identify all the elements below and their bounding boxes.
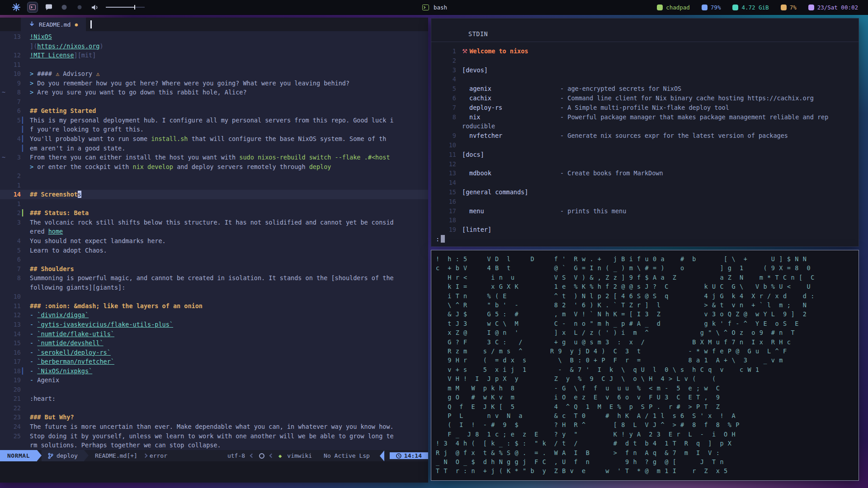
editor-line[interactable]: 6## Getting Started — [0, 106, 428, 116]
editor-line[interactable]: 11### :onion: &mdash; like the layers of… — [0, 301, 428, 311]
terminal-line[interactable]: 14 — [431, 178, 859, 188]
terminal-line[interactable]: 17menu- prints this menu — [431, 206, 859, 216]
status-clock[interactable]: 23/Sat 00:02 — [808, 4, 858, 11]
editor-line[interactable]: 11 — [0, 60, 428, 70]
workspace-active-terminal[interactable] — [27, 2, 38, 13]
status-cpu[interactable]: 7% — [781, 4, 797, 11]
editor-line[interactable]: 1 — [0, 181, 428, 190]
editor-line[interactable]: 5▎This is my personal deployment hub. I … — [0, 116, 428, 125]
statusline-filename: README.md[+] — [89, 450, 144, 461]
editor-line[interactable]: ](https://nixos.org) — [0, 42, 428, 51]
editor-line[interactable]: 16- `serokell/deploy-rs` — [0, 348, 428, 357]
editor-line[interactable]: ▎em aren't in a good state. — [0, 144, 428, 153]
text-segment: The volcanic rock still shifts below thi… — [30, 219, 394, 226]
workspace-3-icon[interactable] — [60, 3, 69, 12]
editor-line[interactable]: 7 — [0, 97, 428, 107]
editor-line[interactable]: 12- `divnix/digga` — [0, 310, 428, 320]
status-vpn-label: chadpad — [666, 4, 690, 11]
editor-line[interactable]: 1 — [0, 199, 428, 209]
markdown-link[interactable]: `divnix/digga` — [37, 311, 89, 319]
tab-readme[interactable]: README.md ● — [21, 18, 86, 31]
editor-line[interactable]: > or enter the cockpit with nix develop … — [0, 162, 428, 172]
editor-line[interactable]: 7## Shoulders — [0, 264, 428, 274]
terminal-line[interactable]: 1⚒ Welcome to nixos — [431, 47, 859, 56]
git-branch[interactable]: deploy — [42, 450, 84, 461]
editor-line[interactable]: ▎f you're looking to graft this. — [0, 125, 428, 134]
editor-line[interactable]: 13- `gytis-ivaskevicius/flake-utils-plus… — [0, 320, 428, 329]
terminal-line[interactable]: 4 — [431, 75, 859, 84]
editor-line[interactable]: 24The future is more uncertain than ever… — [0, 422, 428, 432]
workspace-chat-icon[interactable] — [44, 3, 53, 12]
editor-line[interactable]: 15- `numtide/devshell` — [0, 338, 428, 348]
terminal-line[interactable]: 8nix- Powerful package manager that make… — [431, 113, 859, 122]
terminal-line[interactable]: 13mdbook- Create books from MarkDown — [431, 169, 859, 178]
markdown-link[interactable]: home — [48, 228, 63, 235]
editor-line[interactable]: 6 — [0, 255, 428, 264]
volume-icon[interactable] — [90, 3, 99, 12]
terminal-line[interactable]: 18 — [431, 216, 859, 225]
editor-line[interactable]: ~8> Are you sure you want to go down thi… — [0, 88, 428, 97]
editor-line[interactable]: 9> Do you remember how you got here? Whe… — [0, 79, 428, 88]
editor-line[interactable]: 3The volcanic rock still shifts below th… — [0, 218, 428, 227]
editor-line[interactable]: 14- `numtide/flake-utils` — [0, 329, 428, 339]
volume-slider[interactable] — [106, 5, 145, 10]
editor-line[interactable]: 20 — [0, 385, 428, 394]
status-vpn[interactable]: chadpad — [657, 4, 690, 11]
status-memory[interactable]: 4.72 GiB — [732, 4, 769, 11]
editor-line[interactable]: 23### But Why? — [0, 413, 428, 422]
markdown-link[interactable]: `gytis-ivaskevicius/flake-utils-plus` — [37, 321, 173, 328]
editor-line[interactable]: following giants][giants]: — [0, 283, 428, 292]
text-segment: You'll probably want to run some — [30, 135, 151, 142]
terminal-line[interactable]: 7deploy-rs- A Simple multi-profile Nix-f… — [431, 103, 859, 113]
editor-line[interactable]: ered home — [0, 227, 428, 236]
terminal-line[interactable]: 19[linter] — [431, 225, 859, 235]
terminal-line[interactable]: 12 — [431, 160, 859, 169]
editor-line[interactable]: 2▎### Status: Beta — [0, 208, 428, 218]
command-prompt[interactable]: : — [436, 235, 445, 243]
filetype-label: vimwiki — [287, 452, 312, 459]
markdown-link[interactable]: `serokell/deploy-rs` — [37, 349, 111, 356]
markdown-link[interactable]: `NixOS/nixpkgs` — [37, 367, 92, 375]
editor-line[interactable]: 2 — [0, 171, 428, 181]
terminal-line[interactable]: 15[general commands] — [431, 188, 859, 197]
editor-line[interactable]: 19- Agenix — [0, 375, 428, 385]
editor-buffer[interactable]: 13!NixOS ](https://nixos.org) 12!MIT Lic… — [0, 31, 428, 450]
editor-line[interactable]: 21:heart: — [0, 394, 428, 404]
editor-line[interactable]: 12!MIT License][mit] — [0, 51, 428, 60]
terminal-line[interactable]: 6cachix- Command line client for Nix bin… — [431, 94, 859, 103]
editor-line[interactable]: 5Learn to adopt Chaos. — [0, 246, 428, 255]
powerline-arrow-icon — [84, 450, 89, 461]
editor-line[interactable]: 4You should not expect landmarks here. — [0, 236, 428, 246]
terminal-line[interactable]: 2 — [431, 56, 859, 66]
editor-line[interactable]: 14## Screenshots — [0, 190, 428, 199]
terminal-window-matrix[interactable]: ! h : 5 V D l D f ' R w . + j B i f u 0 … — [431, 250, 859, 481]
markdown-link[interactable]: `numtide/flake-utils` — [37, 330, 114, 338]
markdown-link[interactable]: https://nixos.org — [37, 42, 99, 50]
editor-line[interactable]: 22 — [0, 404, 428, 413]
editor-line[interactable]: 10 — [0, 292, 428, 301]
editor-line[interactable]: 10> #### ⚠ Advisory ⚠ — [0, 69, 428, 79]
workspace-4-icon[interactable] — [75, 3, 84, 12]
markdown-link[interactable]: !MIT License — [30, 52, 74, 59]
markdown-link[interactable]: !NixOS — [30, 33, 52, 40]
launcher-nix-icon[interactable] — [12, 3, 21, 12]
terminal-line[interactable]: 16 — [431, 197, 859, 206]
terminal-line[interactable]: 5agenix- age-encrypted secrets for NixOS — [431, 84, 859, 94]
terminal-line[interactable]: 10 — [431, 141, 859, 150]
editor-line[interactable]: 8Summoning is powerful magic, and cannot… — [0, 273, 428, 283]
editor-line[interactable]: 17- `berberman/nvfetcher` — [0, 357, 428, 366]
editor-line[interactable]: rm solutions. Perhaps together we can st… — [0, 441, 428, 450]
editor-line[interactable]: 13!NixOS — [0, 32, 428, 42]
markdown-link[interactable]: `numtide/devshell` — [37, 339, 103, 347]
editor-line[interactable]: 18▎- `NixOS/nixpkgs` — [0, 366, 428, 376]
editor-line[interactable]: ~3From there you can either install the … — [0, 153, 428, 162]
markdown-link[interactable]: `berberman/nvfetcher` — [37, 358, 114, 365]
editor-line[interactable]: 25Stop doing it by yourself, unless we l… — [0, 432, 428, 441]
terminal-line[interactable]: 11[docs] — [431, 150, 859, 160]
terminal-line[interactable]: 3[devos] — [431, 66, 859, 75]
terminal-output[interactable]: 1⚒ Welcome to nixos23[devos]45agenix- ag… — [431, 42, 859, 235]
terminal-line[interactable]: 9nvfetcher- Generate nix sources expr fo… — [431, 131, 859, 141]
status-disk[interactable]: 79% — [702, 4, 721, 11]
terminal-line[interactable]: roducible — [431, 122, 859, 131]
editor-line[interactable]: 4▎You'll probably want to run some insta… — [0, 134, 428, 144]
